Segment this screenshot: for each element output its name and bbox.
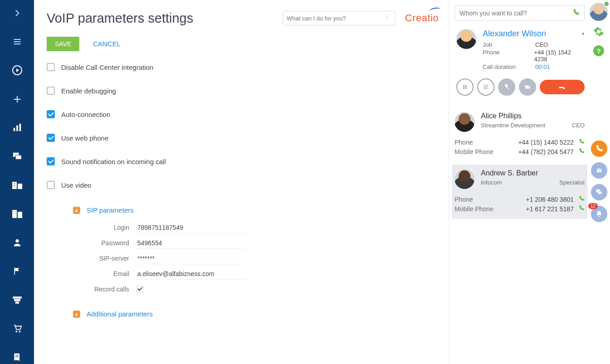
main-area: VoIP parameters settings 〉 Creatio SAVE … [34, 0, 610, 364]
svg-point-40 [484, 88, 484, 89]
funnel-icon[interactable] [8, 293, 26, 306]
checkbox[interactable] [47, 110, 55, 118]
contact-card[interactable]: Alice Phillips Streamline Development CE… [449, 107, 610, 162]
hangup-button[interactable] [540, 80, 585, 94]
call-controls [449, 77, 610, 107]
option-sound-notification[interactable]: Sound notification on incoming call [47, 157, 439, 165]
analytics-icon[interactable] [8, 121, 26, 134]
page-title: VoIP parameters settings [47, 11, 193, 26]
checkbox[interactable] [47, 87, 55, 95]
chat-fab[interactable] [591, 184, 607, 200]
notifications-fab[interactable]: 12 [591, 206, 607, 222]
option-enable-debugging[interactable]: Enable debugging [47, 87, 439, 95]
svg-point-34 [484, 85, 484, 86]
svg-point-35 [485, 85, 486, 86]
svg-rect-17 [18, 212, 22, 218]
svg-rect-21 [15, 213, 16, 214]
video-off-button[interactable] [519, 78, 536, 96]
accounts-icon[interactable] [8, 179, 26, 192]
checkbox[interactable] [47, 181, 55, 189]
document-icon[interactable] [8, 351, 26, 364]
phone-row: Phone +1 206 480 3801 [455, 195, 585, 203]
mute-button[interactable] [498, 78, 515, 96]
user-icon[interactable] [8, 236, 26, 249]
option-auto-connection[interactable]: Auto-connection [47, 110, 439, 118]
contact-company: Infocom [481, 179, 502, 186]
checkbox[interactable] [47, 157, 55, 165]
svg-rect-8 [16, 125, 18, 131]
svg-point-14 [14, 183, 15, 184]
chat-icon[interactable] [8, 150, 26, 163]
expand-icon[interactable] [8, 6, 26, 19]
hold-button[interactable] [456, 78, 474, 96]
flag-icon[interactable] [8, 265, 26, 278]
command-search[interactable]: 〉 [283, 11, 395, 25]
menu-icon[interactable] [8, 35, 26, 48]
sip-server-input[interactable] [136, 253, 245, 264]
call-search-input[interactable] [460, 10, 572, 17]
help-icon[interactable]: ? [593, 45, 604, 56]
active-contact-name[interactable]: Alexander Wilson ▾ [483, 29, 585, 39]
save-button[interactable]: SAVE [47, 37, 79, 51]
phone-icon[interactable] [572, 9, 580, 18]
chevron-right-icon[interactable]: 〉 [385, 14, 391, 22]
dialpad-button[interactable] [477, 78, 494, 96]
option-use-web-phone[interactable]: Use web phone [47, 134, 439, 142]
svg-rect-26 [15, 301, 19, 303]
additional-section-title: Additional parameters [87, 310, 153, 318]
option-label: Sound notification on incoming call [61, 158, 166, 165]
options-list: Disable Call Center integration Enable d… [47, 63, 439, 189]
settings-page: VoIP parameters settings 〉 Creatio SAVE … [34, 0, 449, 364]
option-use-video[interactable]: Use video [47, 181, 439, 189]
page-header: VoIP parameters settings 〉 Creatio [47, 11, 439, 26]
option-disable-call-center[interactable]: Disable Call Center integration [47, 63, 439, 71]
buildings-icon[interactable] [8, 207, 26, 220]
additional-section-toggle[interactable]: ▴ Additional parameters [73, 310, 439, 318]
sip-section: ▴ SIP parameters Login Password SIP-serv… [73, 206, 439, 296]
cart-icon[interactable] [8, 322, 26, 335]
contact-card-selected[interactable]: Andrew S. Barber Infocom Specialist Phon… [452, 165, 587, 219]
svg-rect-13 [18, 184, 22, 189]
phone-fab[interactable] [591, 141, 607, 157]
option-label: Disable Call Center integration [61, 63, 153, 71]
option-label: Use web phone [61, 134, 108, 142]
action-bar: SAVE CANCEL [47, 37, 439, 51]
gear-icon[interactable] [593, 26, 604, 40]
contact-name: Andrew S. Barber [481, 169, 585, 177]
avatar [455, 112, 474, 132]
sip-section-toggle[interactable]: ▴ SIP parameters [73, 206, 439, 214]
add-icon[interactable] [8, 92, 26, 106]
svg-point-38 [485, 87, 486, 87]
dial-icon[interactable] [578, 148, 585, 155]
dial-icon[interactable] [578, 205, 585, 213]
sip-record-row: Record calls [73, 282, 439, 296]
current-user-avatar[interactable] [590, 3, 608, 21]
cancel-button[interactable]: CANCEL [93, 40, 121, 48]
sip-login-input[interactable] [136, 222, 245, 233]
additional-section: ▴ Additional parameters [73, 310, 439, 318]
field-label: Email [73, 270, 136, 277]
active-call-details: JobCEO Phone+44 (15) 1542 4238 Call dura… [483, 41, 585, 70]
record-calls-checkbox[interactable] [136, 286, 144, 293]
dial-icon[interactable] [578, 138, 585, 146]
avatar [455, 169, 474, 189]
caret-down-icon[interactable]: ▾ [582, 31, 585, 37]
call-search[interactable] [455, 5, 585, 21]
sip-password-row: Password [73, 236, 439, 250]
contact-company: Streamline Development [481, 122, 545, 129]
dial-icon[interactable] [578, 195, 585, 203]
sip-password-input[interactable] [136, 238, 245, 249]
svg-rect-11 [15, 155, 21, 159]
sip-email-input[interactable] [136, 268, 245, 280]
svg-rect-18 [13, 211, 14, 212]
sip-login-row: Login [73, 220, 439, 235]
mail-fab[interactable] [591, 162, 607, 179]
checkbox[interactable] [47, 134, 55, 142]
phone-row: Mobile Phone +1 617 221 5187 [455, 205, 585, 213]
checkbox[interactable] [47, 63, 55, 71]
play-icon[interactable] [8, 64, 26, 77]
svg-rect-24 [13, 296, 21, 298]
command-search-input[interactable] [287, 15, 385, 22]
svg-point-36 [487, 85, 488, 86]
svg-rect-33 [465, 85, 466, 89]
